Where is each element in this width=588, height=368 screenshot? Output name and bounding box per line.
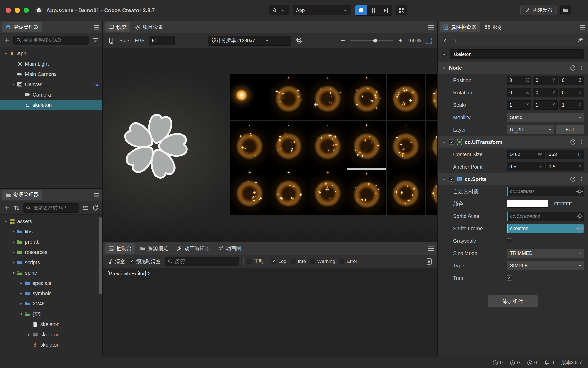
- hierarchy-item-Main Camera[interactable]: Main Camera: [0, 69, 102, 79]
- hierarchy-searchbox[interactable]: [13, 36, 89, 45]
- chevron-down-icon[interactable]: ▾: [10, 82, 17, 87]
- history-back-button[interactable]: ‹: [442, 37, 448, 43]
- asset-item-specials[interactable]: ▸specials: [0, 278, 102, 288]
- info-checkbox[interactable]: [291, 259, 296, 264]
- scale-x-field[interactable]: 1X: [507, 100, 531, 110]
- rotation-y-field[interactable]: 0Y: [533, 88, 558, 97]
- fps-input[interactable]: [152, 38, 172, 43]
- console-menu-icon[interactable]: [427, 245, 435, 252]
- mobility-select[interactable]: Static ▾: [507, 113, 584, 122]
- tab-assets-preview[interactable]: 资源预览: [137, 243, 172, 254]
- asset-item-assets[interactable]: ▾assets: [0, 216, 102, 226]
- build-publish-button[interactable]: 构建发布: [520, 5, 557, 15]
- pause-button[interactable]: [368, 5, 380, 15]
- layer-select[interactable]: UI_2D ▾: [507, 125, 554, 134]
- help-button[interactable]: [575, 6, 582, 14]
- chevron-right-icon[interactable]: ▸: [10, 260, 17, 265]
- chevron-down-icon[interactable]: ▾: [10, 270, 17, 275]
- filter-error-toggle[interactable]: Error: [339, 259, 357, 264]
- uitransform-enabled-checkbox[interactable]: [449, 139, 454, 145]
- filter-info-toggle[interactable]: Info: [291, 259, 306, 264]
- device-icon[interactable]: [108, 37, 115, 44]
- scale-y-field[interactable]: 1Y: [533, 100, 558, 110]
- close-window-button[interactable]: [6, 8, 11, 13]
- chevron-down-icon[interactable]: ▾: [441, 177, 446, 181]
- tab-animation-graph[interactable]: 动画图: [215, 243, 245, 254]
- step-button[interactable]: [380, 5, 392, 15]
- sort-assets-button[interactable]: [13, 205, 20, 211]
- clear-on-preview-checkbox[interactable]: [129, 259, 134, 264]
- anchor-y-field[interactable]: 0.5Y: [546, 162, 584, 171]
- chevron-right-icon[interactable]: ▸: [10, 229, 17, 234]
- color-swatch[interactable]: [507, 200, 548, 208]
- create-node-button[interactable]: [4, 37, 10, 43]
- rotate-device-button[interactable]: [296, 37, 302, 44]
- hierarchy-item-Camera[interactable]: Camera: [0, 90, 102, 100]
- preview-platform-dropdown[interactable]: ▾: [269, 5, 289, 15]
- uitransform-section-header[interactable]: ▾ cc.UITransform ?: [438, 136, 588, 148]
- chevron-right-icon[interactable]: ▸: [18, 301, 25, 306]
- asset-picker-icon[interactable]: [576, 187, 584, 196]
- node-section-header[interactable]: ▾ Node ?: [438, 62, 588, 74]
- size-mode-select[interactable]: TRIMMED ▾: [507, 249, 584, 258]
- sprite-section-header[interactable]: ▾ cc.Sprite ?: [438, 173, 588, 185]
- zoom-slider-knob[interactable]: [373, 39, 377, 42]
- type-select[interactable]: SIMPLE ▾: [507, 261, 584, 270]
- regex-checkbox[interactable]: [247, 259, 252, 264]
- warning-message-counter[interactable]: ! 0: [510, 360, 520, 365]
- help-icon[interactable]: ?: [570, 139, 576, 145]
- position-y-field[interactable]: 0Y: [533, 76, 558, 85]
- assets-view-toggle[interactable]: [82, 205, 89, 211]
- asset-picker-icon[interactable]: [576, 224, 584, 233]
- preview-menu-icon[interactable]: [427, 24, 435, 31]
- history-forward-button[interactable]: ›: [453, 37, 458, 43]
- tab-service[interactable]: 服务: [481, 22, 506, 32]
- hierarchy-item-App[interactable]: ▾App: [0, 48, 102, 59]
- position-z-field[interactable]: 0Z: [559, 76, 584, 85]
- asset-item-symbols[interactable]: ▸symbols: [0, 288, 102, 299]
- console-search-input[interactable]: [174, 259, 236, 264]
- sprite-enabled-checkbox[interactable]: [449, 177, 454, 182]
- hierarchy-filter-button[interactable]: [92, 37, 99, 43]
- rotation-z-field[interactable]: 0Z: [559, 88, 584, 97]
- content-width-field[interactable]: 1462W: [507, 150, 545, 159]
- tab-animation-editor[interactable]: 动画编辑器: [173, 243, 213, 254]
- chevron-down-icon[interactable]: ▾: [3, 51, 9, 56]
- add-component-button[interactable]: 添加组件: [488, 295, 538, 307]
- warning-checkbox[interactable]: [310, 259, 315, 264]
- error-message-counter[interactable]: 0: [527, 360, 537, 365]
- clear-on-preview-toggle[interactable]: 预览时清空: [129, 258, 161, 265]
- chevron-down-icon[interactable]: ▾: [18, 312, 25, 316]
- log-checkbox[interactable]: [271, 259, 276, 264]
- tab-project-settings[interactable]: 项目设置: [132, 22, 167, 32]
- chevron-down-icon[interactable]: ▾: [441, 140, 446, 144]
- console-searchbox[interactable]: [165, 257, 239, 266]
- expand-preview-button[interactable]: [425, 37, 432, 44]
- node-name-input[interactable]: [453, 51, 581, 57]
- tab-preview[interactable]: 预览: [105, 22, 130, 32]
- stop-button[interactable]: [355, 5, 368, 15]
- minimize-window-button[interactable]: [15, 8, 20, 13]
- simulator-button[interactable]: [396, 5, 407, 15]
- tab-hierarchy[interactable]: 层级管理器: [2, 22, 42, 32]
- hierarchy-search-input[interactable]: [23, 37, 86, 43]
- section-menu-icon[interactable]: [579, 139, 584, 145]
- position-x-field[interactable]: 0X: [507, 76, 531, 85]
- console-log-line[interactable]: [PreviewInEditor] 2: [103, 268, 437, 279]
- fullscreen-window-button[interactable]: [24, 8, 29, 13]
- sprite-atlas-slot[interactable]: cc.SpriteAtlas: [507, 212, 584, 221]
- refresh-assets-button[interactable]: [92, 205, 99, 211]
- section-menu-icon[interactable]: [579, 65, 584, 71]
- assets-scrollbar[interactable]: [99, 217, 102, 294]
- asset-item-libs[interactable]: ▸libs: [0, 226, 102, 237]
- trim-checkbox[interactable]: [507, 275, 512, 281]
- tab-console[interactable]: 控制台: [105, 243, 135, 254]
- chevron-right-icon[interactable]: ▸: [26, 332, 32, 337]
- fps-field[interactable]: [149, 36, 175, 45]
- grayscale-checkbox[interactable]: [507, 238, 512, 243]
- chevron-right-icon[interactable]: ▸: [10, 250, 17, 255]
- sprite-frame-slot[interactable]: skeleton: [507, 224, 584, 233]
- scale-z-field[interactable]: 1Z: [559, 100, 584, 110]
- inspector-menu-icon[interactable]: [579, 24, 586, 31]
- open-folder-button[interactable]: [560, 5, 571, 15]
